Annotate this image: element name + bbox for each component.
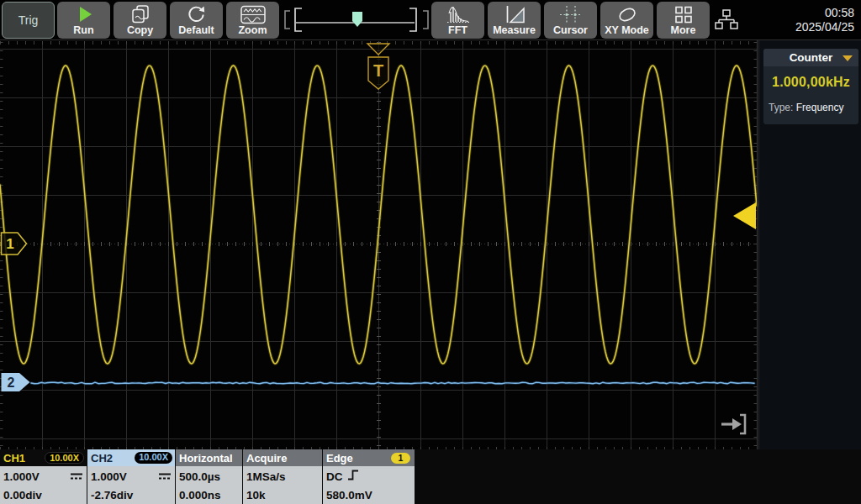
dc-coupling-icon xyxy=(70,470,83,483)
measure-triangle-icon xyxy=(488,4,541,25)
trigger-flag-letter: T xyxy=(373,61,383,80)
default-label: Default xyxy=(178,24,214,36)
trigger-source-badge: 1 xyxy=(391,453,410,464)
fft-spectrum-icon xyxy=(431,4,484,25)
more-label: More xyxy=(671,24,696,36)
ch2-probe-badge: 10.00X xyxy=(135,452,172,464)
run-label: Run xyxy=(73,24,93,36)
fft-button[interactable]: FFT xyxy=(431,2,484,39)
measure-label: Measure xyxy=(493,24,536,36)
ch2-scale: 1.000V xyxy=(91,470,127,483)
counter-title: Counter xyxy=(790,51,833,64)
counter-type-value: Frequency xyxy=(796,102,844,113)
dc-coupling-icon xyxy=(158,470,172,483)
ch1-status-block[interactable]: CH1 10.00X 1.000V 0.00div xyxy=(0,449,87,504)
ch2-marker-number: 2 xyxy=(8,375,15,390)
horizontal-status-block[interactable]: Horizontal 500.0µs 0.000ns xyxy=(176,449,242,504)
waveform-display: T 1 2 xyxy=(0,40,758,449)
waveform-zoom-icon xyxy=(226,4,279,25)
horizontal-delay-value: 0.000ns xyxy=(179,489,221,501)
ch2-name: CH2 xyxy=(91,452,113,465)
rising-edge-icon xyxy=(347,470,359,483)
trigger-status-block[interactable]: Edge 1 DC 580.0mV xyxy=(323,449,415,504)
sample-rate-value: 1MSa/s xyxy=(246,470,286,483)
ch1-scale: 1.000V xyxy=(3,470,40,483)
counter-dropdown[interactable]: Counter xyxy=(763,49,858,66)
acquire-status-block[interactable]: Acquire 1MSa/s 10k xyxy=(243,449,322,504)
zoom-button[interactable]: Zoom xyxy=(226,2,279,39)
ch1-probe-badge: 10.00X xyxy=(45,452,84,464)
trigger-coupling: DC xyxy=(326,470,343,483)
clock-time: 00:58 xyxy=(795,6,854,20)
counter-panel: Counter 1.000,00kHz Type: Frequency xyxy=(763,49,858,124)
copy-icon xyxy=(114,4,166,25)
run-button[interactable]: Run xyxy=(57,2,110,39)
xy-ellipse-icon xyxy=(600,4,653,25)
xy-mode-label: XY Mode xyxy=(605,24,649,36)
fft-label: FFT xyxy=(448,24,467,36)
ch2-status-block[interactable]: CH2 10.00X 1.000V -2.76div xyxy=(87,449,175,504)
measure-button[interactable]: Measure xyxy=(488,2,541,39)
clock: 00:58 2025/04/25 xyxy=(795,6,854,34)
timebase-value: 500.0µs xyxy=(179,470,220,483)
cursor-button[interactable]: Cursor xyxy=(544,2,597,39)
trigger-position-marker[interactable] xyxy=(352,12,362,27)
more-button[interactable]: More xyxy=(657,2,710,39)
trigger-type-title: Edge xyxy=(326,452,353,465)
clock-date: 2025/04/25 xyxy=(795,20,854,34)
default-button[interactable]: Default xyxy=(170,2,223,39)
copy-label: Copy xyxy=(127,24,153,36)
network-icon[interactable] xyxy=(714,8,741,34)
play-icon xyxy=(57,4,110,24)
side-panel: Counter 1.000,00kHz Type: Frequency xyxy=(758,40,861,449)
more-grid-icon xyxy=(657,4,710,25)
trig-label: Trig xyxy=(18,13,39,27)
ch2-offset: -2.76div xyxy=(91,489,133,501)
counter-type-row: Type: Frequency xyxy=(769,102,858,113)
counter-frequency-value: 1.000,00kHz xyxy=(763,75,858,90)
cursor-crosshair-icon xyxy=(544,4,597,25)
memory-depth-value: 10k xyxy=(246,489,266,501)
status-bar: CH1 10.00X 1.000V 0.00div CH2 10.00X xyxy=(0,449,861,504)
ch1-offset: 0.00div xyxy=(3,489,42,501)
trig-button[interactable]: Trig xyxy=(2,2,55,39)
ch1-name: CH1 xyxy=(3,452,25,465)
reset-arrow-icon xyxy=(170,4,223,25)
chevron-down-icon xyxy=(843,55,853,61)
copy-button[interactable]: Copy xyxy=(114,2,166,39)
acquire-title: Acquire xyxy=(246,452,287,465)
horizontal-title: Horizontal xyxy=(179,452,233,465)
ch1-marker-number: 1 xyxy=(6,236,13,252)
xy-mode-button[interactable]: XY Mode xyxy=(600,2,653,39)
top-toolbar: Trig Run Copy xyxy=(0,0,861,40)
zoom-label: Zoom xyxy=(238,24,267,36)
trigger-level-value: 580.0mV xyxy=(326,489,372,501)
horizontal-position-slider[interactable] xyxy=(283,2,430,39)
counter-type-label: Type: xyxy=(769,102,793,113)
cursor-label: Cursor xyxy=(553,24,588,36)
oscilloscope-screen: Trig Run Copy xyxy=(0,0,861,504)
